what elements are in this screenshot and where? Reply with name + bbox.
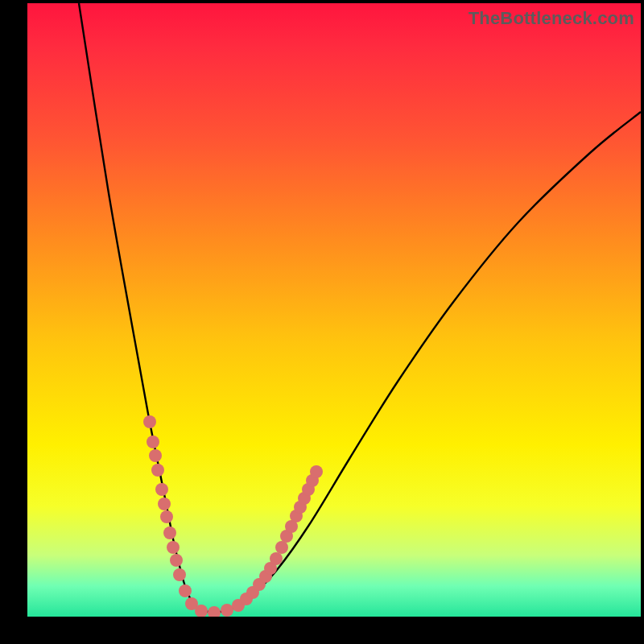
data-point [149, 449, 162, 462]
plot-area: TheBottleneck.com [27, 3, 641, 617]
chart-svg [27, 3, 641, 617]
chart-frame: TheBottleneck.com [0, 0, 644, 644]
data-point [310, 465, 323, 478]
data-point [275, 541, 288, 554]
data-point [143, 415, 156, 428]
data-point [179, 584, 192, 597]
data-point [173, 568, 186, 581]
data-point [221, 604, 233, 617]
data-point [155, 483, 168, 496]
data-point [208, 606, 221, 617]
data-point [147, 436, 159, 448]
data-point [270, 552, 283, 565]
data-point [163, 526, 176, 539]
data-point [167, 541, 180, 554]
data-point [160, 510, 173, 523]
data-point [158, 497, 171, 510]
data-point [170, 554, 183, 567]
data-point [151, 464, 164, 477]
marker-dots [143, 415, 323, 617]
